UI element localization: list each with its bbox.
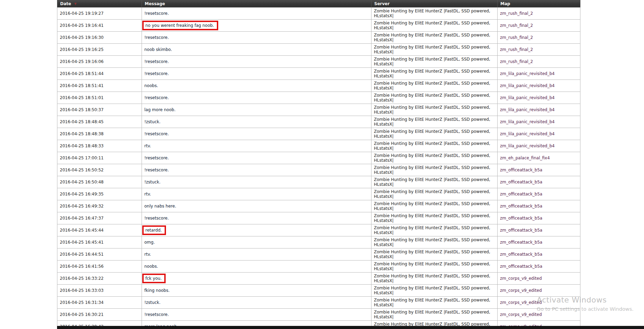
server-cell: Zombie Hunting by ElitE HunterZ |FastDL,… (371, 188, 498, 200)
table-row: 2016-04-25 19:16:30 !resetscore. Zombie … (57, 32, 580, 44)
map-link[interactable]: zm_corps_v9_edited (500, 300, 542, 305)
date-cell: 2016-04-25 16:47:37 (57, 212, 142, 224)
map-link[interactable]: zm_rush_final_2 (500, 47, 533, 52)
message-text: noob skimbo. (144, 47, 172, 52)
column-header-server-label: Server (374, 1, 390, 6)
column-header-map[interactable]: Map (498, 0, 580, 8)
message-text: !resetscore. (144, 168, 169, 172)
date-cell: 2016-04-25 18:50:37 (57, 104, 142, 116)
column-header-server[interactable]: Server (371, 0, 498, 8)
message-text: !resetscore. (144, 35, 169, 40)
map-link[interactable]: zm_officeattack_b5a (500, 240, 542, 245)
message-text: !resetscore. (144, 71, 169, 76)
table-row: 2016-04-25 19:19:27 !resetscore. Zombie … (57, 8, 580, 20)
table-row: 2016-04-25 18:50:37 lag more noob. Zombi… (57, 104, 580, 116)
map-link[interactable]: zm_officeattack_b5a (500, 216, 542, 221)
map-cell: zm_officeattack_b5a (498, 188, 580, 200)
date-cell: 2016-04-25 19:16:06 (57, 56, 142, 68)
message-cell: !zstuck. (142, 116, 371, 128)
map-link[interactable]: zm_rush_final_2 (500, 35, 533, 40)
map-cell: zm_lila_panic_revisited_b4 (498, 128, 580, 140)
map-link[interactable]: zm_officeattack_b5a (500, 252, 542, 257)
message-text: fking noobs. (144, 288, 170, 293)
table-row: 2016-04-25 16:45:41 omg. Zombie Hunting … (57, 236, 580, 248)
date-cell: 2016-04-25 18:48:33 (57, 140, 142, 152)
map-link[interactable]: zm_officeattack_b5a (500, 204, 542, 209)
server-cell: Zombie Hunting by ElitE HunterZ |FastDL,… (371, 309, 498, 321)
table-row: 2016-04-25 16:50:52 !resetscore. Zombie … (57, 164, 580, 176)
date-cell: 2016-04-25 16:50:48 (57, 176, 142, 188)
message-cell: !resetscore. (142, 309, 371, 321)
date-cell: 2016-04-25 16:45:41 (57, 236, 142, 248)
table-row: 2016-04-25 16:30:21 !resetscore. Zombie … (57, 309, 580, 321)
date-cell: 2016-04-25 16:33:22 (57, 273, 142, 285)
map-link[interactable]: zm_rush_final_2 (500, 59, 533, 64)
table-row: 2016-04-25 18:48:38 !resetscore. Zombie … (57, 128, 580, 140)
map-link[interactable]: zm_officeattack_b5a (500, 264, 542, 269)
server-cell: Zombie Hunting by ElitE HunterZ |FastDL,… (371, 56, 498, 68)
map-cell: zm_corps_v9_edited (498, 273, 580, 285)
table-row: 2016-04-25 18:51:44 !resetscore. Zombie … (57, 68, 580, 80)
message-text: rtv. (144, 192, 151, 197)
message-text-red-boxed: retardd. (142, 225, 166, 235)
message-text: rtv. (144, 252, 151, 257)
message-text: !zstuck. (144, 119, 160, 124)
map-link[interactable]: zm_corps_v9_edited (500, 276, 542, 281)
server-cell: Zombie Hunting by ElitE HunterZ |FastDL,… (371, 200, 498, 212)
map-cell: zm_corps_v9_edited (498, 285, 580, 297)
map-link[interactable]: zm_officeattack_b5a (500, 180, 542, 184)
server-cell: Zombie Hunting by ElitE HunterZ |FastDL,… (371, 140, 498, 152)
table-row: 2016-04-25 16:33:22 fck you. Zombie Hunt… (57, 273, 580, 285)
server-cell: Zombie Hunting by ElitE HunterZ |FastDL,… (371, 80, 498, 92)
map-cell: zm_eh_palace_final_fix4 (498, 152, 580, 164)
map-link[interactable]: zm_lila_panic_revisited_b4 (500, 107, 555, 112)
map-link[interactable]: zm_lila_panic_revisited_b4 (500, 71, 555, 76)
table-row: 2016-04-25 16:31:34 !zstuck. Zombie Hunt… (57, 297, 580, 309)
table-row: 2016-04-25 16:47:37 !resetscore. Zombie … (57, 212, 580, 224)
column-header-map-label: Map (500, 1, 510, 6)
server-cell: Zombie Hunting by ElitE HunterZ |FastDL,… (371, 20, 498, 32)
server-cell: Zombie Hunting by ElitE HunterZ |FastDL,… (371, 212, 498, 224)
map-link[interactable]: zm_rush_final_2 (500, 23, 533, 28)
map-link[interactable]: zm_corps_v9_edited (500, 312, 542, 317)
map-link[interactable]: zm_lila_panic_revisited_b4 (500, 83, 555, 88)
map-cell: zm_officeattack_b5a (498, 261, 580, 273)
message-cell: !resetscore. (142, 212, 371, 224)
message-cell: omg. (142, 236, 371, 248)
message-text: !resetscore. (144, 216, 169, 221)
server-cell: Zombie Hunting by ElitE HunterZ |FastDL,… (371, 152, 498, 164)
table-row: 2016-04-25 16:50:48 !zstuck. Zombie Hunt… (57, 176, 580, 188)
map-cell: zm_lila_panic_revisited_b4 (498, 140, 580, 152)
message-cell: rtv. (142, 248, 371, 261)
message-cell: !resetscore. (142, 32, 371, 44)
message-cell: noob skimbo. (142, 44, 371, 56)
map-link[interactable]: zm_lila_panic_revisited_b4 (500, 119, 555, 124)
column-header-date-label: Date (60, 1, 71, 6)
map-link[interactable]: zm_lila_panic_revisited_b4 (500, 95, 555, 100)
table-row: 2016-04-25 18:48:45 !zstuck. Zombie Hunt… (57, 116, 580, 128)
date-cell: 2016-04-25 16:49:32 (57, 200, 142, 212)
column-header-date[interactable]: Date▼ (57, 0, 142, 8)
server-cell: Zombie Hunting by ElitE HunterZ |FastDL,… (371, 273, 498, 285)
map-cell: zm_officeattack_b5a (498, 176, 580, 188)
map-link[interactable]: zm_officeattack_b5a (500, 228, 542, 233)
date-cell: 2016-04-25 16:50:52 (57, 164, 142, 176)
message-cell: !resetscore. (142, 56, 371, 68)
map-cell: zm_corps_v9_edited (498, 297, 580, 309)
server-cell: Zombie Hunting by ElitE HunterZ |FastDL,… (371, 8, 498, 20)
server-cell: Zombie Hunting by ElitE HunterZ |FastDL,… (371, 297, 498, 309)
map-link[interactable]: zm_rush_final_2 (500, 11, 533, 16)
message-cell: !resetscore. (142, 68, 371, 80)
column-header-message[interactable]: Message (142, 0, 371, 8)
map-cell: zm_rush_final_2 (498, 56, 580, 68)
server-cell: Zombie Hunting by ElitE HunterZ |FastDL,… (371, 248, 498, 261)
map-link[interactable]: zm_lila_panic_revisited_b4 (500, 131, 555, 136)
message-text: noobs. (144, 264, 158, 269)
server-cell: Zombie Hunting by ElitE HunterZ |FastDL,… (371, 68, 498, 80)
map-link[interactable]: zm_corps_v9_edited (500, 288, 542, 293)
map-link[interactable]: zm_officeattack_b5a (500, 192, 542, 197)
message-text: noobs. (144, 83, 158, 88)
map-link[interactable]: zm_eh_palace_final_fix4 (500, 156, 550, 160)
map-link[interactable]: zm_lila_panic_revisited_b4 (500, 144, 555, 148)
map-link[interactable]: zm_officeattack_b5a (500, 168, 542, 172)
